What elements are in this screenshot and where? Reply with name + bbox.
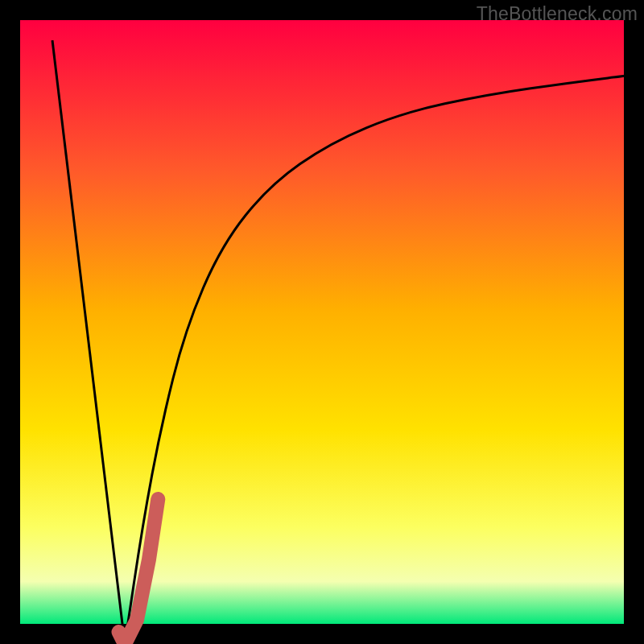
curve-left-branch [52, 40, 125, 644]
curve-right-branch [125, 73, 644, 644]
hook-overlay [119, 499, 159, 644]
curve-layer [40, 40, 644, 644]
chart-container: TheBottleneck.com [0, 0, 644, 644]
plot-area [20, 20, 624, 624]
